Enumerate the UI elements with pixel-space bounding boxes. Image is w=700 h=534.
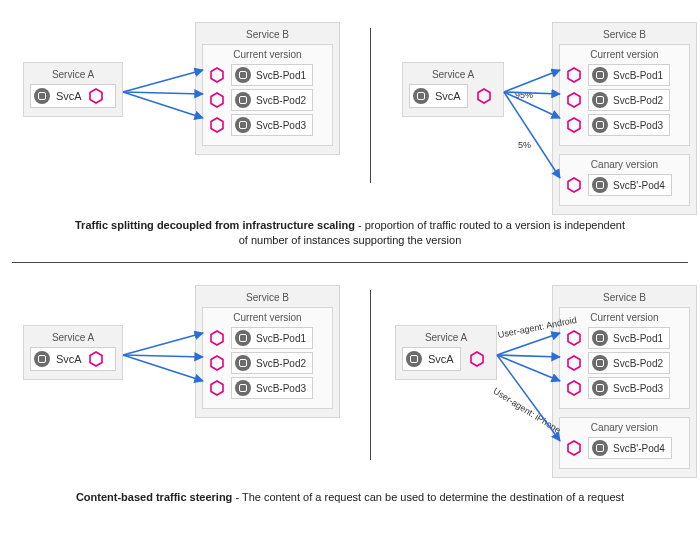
pod-icon (406, 351, 422, 367)
hexagon-icon (209, 67, 225, 83)
pod-name: SvcB-Pod2 (613, 358, 663, 369)
pod-row: SvcB-Pod1 (566, 64, 683, 86)
pod-pill: SvcB-Pod1 (231, 327, 313, 349)
current-version-label: Current version (209, 49, 326, 60)
svg-line-29 (497, 355, 560, 357)
svca-name: SvcA (435, 90, 461, 102)
svca-pill: SvcA (402, 347, 461, 371)
svca-name: SvcA (56, 353, 82, 365)
svg-marker-13 (471, 352, 483, 366)
pod-pill: SvcB-Pod3 (231, 377, 313, 399)
svg-line-26 (123, 355, 203, 357)
caption-1: Traffic splitting decoupled from infrast… (70, 218, 630, 248)
pod-icon (235, 117, 251, 133)
service-b-label: Service B (559, 29, 690, 40)
current-version-box: Current version SvcB-Pod1 SvcB-Pod2 SvcB… (559, 44, 690, 146)
pod-name: SvcB-Pod2 (613, 95, 663, 106)
current-version-label: Current version (566, 49, 683, 60)
pod-row: SvcB'-Pod4 (566, 174, 683, 196)
service-b-label: Service B (202, 292, 333, 303)
pod-icon (235, 355, 251, 371)
pod-icon (592, 177, 608, 193)
svg-line-25 (123, 333, 203, 355)
pod-name: SvcB-Pod1 (613, 333, 663, 344)
pod-icon (592, 117, 608, 133)
horizontal-divider (12, 262, 688, 263)
hexagon-icon (566, 355, 582, 371)
current-version-label: Current version (209, 312, 326, 323)
current-version-box: Current version SvcB-Pod1 SvcB-Pod2 SvcB… (202, 44, 333, 146)
service-a-label: Service A (402, 332, 490, 343)
pod-icon (235, 330, 251, 346)
vertical-divider (370, 290, 371, 460)
hexagon-icon (566, 177, 582, 193)
pod-name: SvcB-Pod3 (256, 383, 306, 394)
service-b-label: Service B (559, 292, 690, 303)
hexagon-icon (566, 330, 582, 346)
hexagon-icon (88, 351, 104, 367)
pod-name: SvcB-Pod1 (256, 70, 306, 81)
pod-name: SvcB-Pod1 (613, 70, 663, 81)
hexagon-icon (209, 117, 225, 133)
pod-pill: SvcB'-Pod4 (588, 437, 672, 459)
hexagon-icon (88, 88, 104, 104)
pod-pill: SvcB-Pod1 (588, 64, 670, 86)
svg-marker-0 (90, 89, 102, 103)
hexagon-icon (209, 380, 225, 396)
pod-icon (235, 380, 251, 396)
service-b-label: Service B (202, 29, 333, 40)
canary-version-label: Canary version (566, 159, 683, 170)
hexagon-icon (566, 67, 582, 83)
pod-icon (592, 330, 608, 346)
pod-pill: SvcB-Pod3 (231, 114, 313, 136)
bottom-right-service-a: Service A SvcA (395, 325, 497, 380)
svca-name: SvcA (56, 90, 82, 102)
svca-box: SvcA (402, 347, 490, 371)
pod-name: SvcB'-Pod4 (613, 443, 665, 454)
pod-icon (592, 440, 608, 456)
top-right-service-a: Service A SvcA (402, 62, 504, 117)
pod-row: SvcB-Pod2 (566, 352, 683, 374)
hexagon-icon (566, 117, 582, 133)
caption-2: Content-based traffic steering - The con… (70, 490, 630, 505)
pod-name: SvcB-Pod3 (613, 383, 663, 394)
bottom-left-service-b: Service B Current version SvcB-Pod1 SvcB… (195, 285, 340, 418)
svg-marker-11 (211, 356, 223, 370)
svg-marker-17 (568, 441, 580, 455)
bottom-right-service-b: Service B Current version SvcB-Pod1 SvcB… (552, 285, 697, 478)
hexagon-icon (566, 440, 582, 456)
pod-name: SvcB-Pod3 (256, 120, 306, 131)
pod-row: SvcB-Pod3 (209, 114, 326, 136)
pod-name: SvcB-Pod1 (256, 333, 306, 344)
pod-row: SvcB-Pod2 (566, 89, 683, 111)
pod-name: SvcB'-Pod4 (613, 180, 665, 191)
pod-icon (592, 355, 608, 371)
svca-box: SvcA (30, 84, 116, 108)
pod-pill: SvcB-Pod1 (588, 327, 670, 349)
svg-line-30 (497, 355, 560, 381)
svg-line-18 (123, 70, 203, 92)
hexagon-icon (566, 92, 582, 108)
pod-row: SvcB-Pod3 (566, 114, 683, 136)
pod-pill: SvcB-Pod2 (231, 89, 313, 111)
pod-row: SvcB-Pod3 (209, 377, 326, 399)
hexagon-icon (209, 92, 225, 108)
hexagon-icon (209, 355, 225, 371)
pod-icon (592, 67, 608, 83)
svg-marker-5 (568, 68, 580, 82)
svg-line-27 (123, 355, 203, 381)
caption-2-rest: - The content of a request can be used t… (232, 491, 624, 503)
pod-row: SvcB-Pod2 (209, 89, 326, 111)
pod-name: SvcB-Pod2 (256, 358, 306, 369)
svg-marker-14 (568, 331, 580, 345)
pod-row: SvcB-Pod1 (566, 327, 683, 349)
caption-2-bold: Content-based traffic steering (76, 491, 232, 503)
hexagon-icon (209, 330, 225, 346)
pod-pill: SvcB'-Pod4 (588, 174, 672, 196)
svg-marker-3 (211, 118, 223, 132)
pod-row: SvcB-Pod1 (209, 327, 326, 349)
pod-icon (34, 351, 50, 367)
pod-pill: SvcB-Pod3 (588, 377, 670, 399)
top-right-service-b: Service B Current version SvcB-Pod1 SvcB… (552, 22, 697, 215)
pod-icon (592, 92, 608, 108)
